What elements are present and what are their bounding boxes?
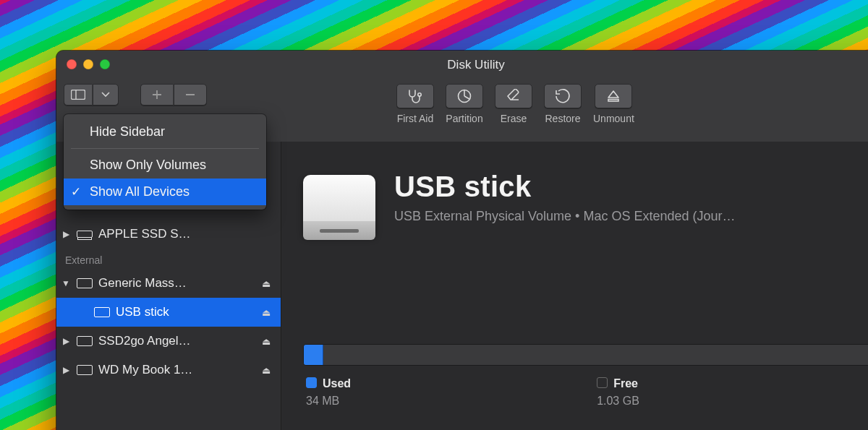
erase-button[interactable]: [495, 84, 532, 108]
svg-rect-4: [608, 100, 618, 102]
volume-subtitle: USB External Physical Volume • Mac OS Ex…: [394, 209, 736, 224]
sidebar-item-usb-stick[interactable]: · USB stick ⏏: [56, 298, 281, 327]
unmount-button[interactable]: [595, 84, 632, 108]
firstaid-label: First Aid: [396, 113, 434, 124]
window-title: Disk Utility: [56, 51, 868, 72]
external-disk-icon: [77, 277, 93, 290]
minimize-window-button[interactable]: [83, 59, 93, 69]
eject-icon[interactable]: ⏏: [262, 307, 273, 318]
eject-icon: [606, 89, 621, 103]
sidebar-item-generic-mass[interactable]: ▼ Generic Mass… ⏏: [56, 269, 281, 298]
add-volume-button[interactable]: [140, 84, 174, 106]
eject-icon[interactable]: ⏏: [262, 336, 273, 347]
capacity-bar: [303, 344, 868, 366]
disk-utility-window: Disk Utility: [56, 51, 868, 430]
unmount-label: Unmount: [593, 113, 634, 124]
menu-item-show-all-devices[interactable]: Show All Devices: [64, 179, 266, 205]
used-swatch-icon: [306, 377, 317, 388]
sidebar-item-ssd2go[interactable]: ▶ SSD2go Angel… ⏏: [56, 327, 281, 356]
sidebar-item-label: APPLE SSD S…: [98, 227, 273, 241]
content-pane: USB stick USB External Physical Volume •…: [281, 142, 868, 430]
free-legend-label: Free: [613, 377, 638, 390]
restore-arrow-icon: [555, 88, 571, 104]
sidebar-item-wd-mybook[interactable]: ▶ WD My Book 1… ⏏: [56, 356, 281, 384]
sidebar-toggle-icon[interactable]: [64, 84, 93, 106]
window-controls: [67, 59, 110, 69]
fullscreen-window-button[interactable]: [100, 59, 110, 69]
partition-button[interactable]: [446, 84, 483, 108]
remove-volume-button[interactable]: [174, 84, 207, 106]
svg-point-2: [418, 93, 421, 96]
piechart-icon: [456, 88, 472, 104]
eraser-icon: [505, 89, 522, 103]
external-disk-icon: [77, 364, 93, 377]
partition-label: Partition: [446, 113, 483, 124]
menu-separator: [71, 148, 259, 149]
view-options-menu: Hide Sidebar Show Only Volumes Show All …: [64, 114, 266, 210]
restore-button[interactable]: [544, 84, 582, 108]
titlebar: Disk Utility: [56, 51, 868, 79]
sidebar-item-label: USB stick: [116, 305, 256, 319]
sidebar-item-label: SSD2go Angel…: [98, 334, 256, 348]
sidebar-item-label: Generic Mass…: [98, 276, 256, 291]
disclosure-right-icon[interactable]: ▶: [61, 336, 71, 346]
external-disk-icon: [94, 306, 110, 319]
close-window-button[interactable]: [67, 59, 77, 69]
sidebar-item-apple-ssd[interactable]: ▶ APPLE SSD S…: [56, 220, 281, 249]
view-options-dropdown[interactable]: [64, 84, 119, 106]
sidebar-item-label: WD My Book 1…: [98, 363, 256, 377]
menu-item-show-only-volumes[interactable]: Show Only Volumes: [64, 152, 266, 179]
firstaid-button[interactable]: [396, 84, 434, 108]
internal-ssd-icon: [77, 228, 93, 241]
used-legend-label: Used: [323, 377, 351, 390]
used-legend-value: 34 MB: [306, 395, 351, 408]
capacity-bar-used: [304, 345, 323, 365]
external-disk-icon: [77, 335, 93, 348]
eject-icon[interactable]: ⏏: [262, 365, 273, 376]
svg-rect-0: [72, 90, 85, 100]
free-swatch-icon: [597, 377, 608, 388]
chevron-down-icon[interactable]: [93, 84, 119, 106]
restore-label: Restore: [544, 113, 582, 124]
volume-drive-icon: [303, 171, 375, 240]
disclosure-right-icon[interactable]: ▶: [61, 365, 71, 375]
erase-label: Erase: [495, 113, 532, 124]
disclosure-right-icon[interactable]: ▶: [61, 229, 71, 239]
menu-item-hide-sidebar[interactable]: Hide Sidebar: [64, 119, 266, 145]
add-remove-volume-group: [140, 84, 207, 106]
disclosure-down-icon[interactable]: ▼: [61, 278, 71, 288]
eject-icon[interactable]: ⏏: [262, 278, 273, 289]
sidebar-section-external: External: [56, 249, 281, 269]
stethoscope-icon: [407, 89, 424, 103]
free-legend-value: 1.03 GB: [597, 395, 639, 408]
volume-name: USB stick: [394, 171, 736, 203]
